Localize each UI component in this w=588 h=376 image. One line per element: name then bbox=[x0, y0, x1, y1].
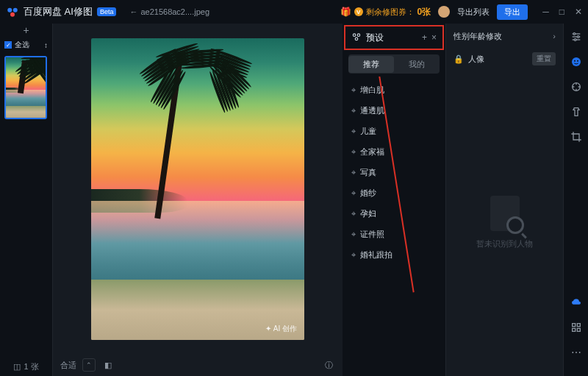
preset-item[interactable]: ⌖全家福 bbox=[348, 141, 440, 162]
zoom-fit-label[interactable]: 合适 bbox=[60, 360, 76, 371]
close-icon[interactable]: ✕ bbox=[575, 7, 582, 17]
tag-icon: ⌖ bbox=[351, 250, 356, 260]
body-icon[interactable] bbox=[569, 104, 584, 119]
canvas-toolbar: 合适 ⌃ ◧ ⓘ bbox=[53, 354, 343, 376]
svg-point-0 bbox=[7, 8, 12, 13]
add-preset-icon[interactable]: + bbox=[422, 32, 427, 43]
watermark: ✦ AI 创作 bbox=[265, 324, 297, 334]
maximize-icon[interactable]: □ bbox=[559, 7, 564, 17]
svg-point-14 bbox=[577, 60, 578, 62]
more-icon[interactable]: ⋯ bbox=[569, 345, 584, 360]
svg-rect-17 bbox=[577, 324, 580, 327]
preset-panel: 预设 + × 推荐 我的 ⌖增白肌 ⌖通透肌 ⌖儿童 ⌖全家福 ⌖写真 ⌖婚纱 … bbox=[343, 24, 445, 376]
coupon-count: 0张 bbox=[417, 6, 431, 18]
svg-point-9 bbox=[573, 33, 576, 35]
cloud-icon[interactable] bbox=[569, 295, 584, 310]
gender-age-row[interactable]: 性别年龄修改 › bbox=[446, 24, 563, 49]
export-list-button[interactable]: 导出列表 bbox=[457, 7, 490, 18]
right-toolbar: ⋯ bbox=[563, 24, 588, 376]
preset-tabs: 推荐 我的 bbox=[348, 54, 440, 74]
app-logo-icon bbox=[6, 5, 19, 18]
app-title: 百度网盘 AI修图 bbox=[24, 5, 93, 18]
minimize-icon[interactable]: ─ bbox=[542, 7, 549, 17]
beta-badge: Beta bbox=[97, 7, 117, 16]
coupon-area[interactable]: 🎁 V 剩余修图券： 0张 bbox=[340, 6, 431, 18]
info-icon[interactable]: ⓘ bbox=[322, 358, 335, 372]
coupon-label: 剩余修图券： bbox=[366, 7, 415, 18]
filename-label: ae21568ac2....jpeg bbox=[140, 7, 209, 16]
ai-icon: ✦ bbox=[265, 324, 271, 333]
empty-text: 暂未识别到人物 bbox=[476, 238, 533, 249]
svg-point-4 bbox=[357, 33, 360, 36]
select-all-checkbox[interactable]: ✓ bbox=[4, 41, 12, 49]
tag-icon: ⌖ bbox=[351, 127, 356, 136]
image-count: ◫ 1 张 bbox=[0, 357, 52, 376]
sliders-icon[interactable] bbox=[569, 29, 584, 44]
no-person-icon bbox=[490, 196, 520, 231]
svg-point-13 bbox=[574, 60, 576, 62]
gift-icon: 🎁 bbox=[340, 7, 351, 17]
preset-item[interactable]: ⌖通透肌 bbox=[348, 100, 440, 121]
thumbnail-sidebar: + ✓ 全选 ↕ bbox=[0, 24, 53, 376]
canvas-area: ✦ AI 创作 合适 ⌃ ◧ ⓘ bbox=[53, 24, 343, 376]
user-avatar[interactable] bbox=[438, 6, 450, 18]
tag-icon: ⌖ bbox=[351, 188, 356, 198]
crop-icon[interactable] bbox=[569, 130, 584, 144]
svg-point-1 bbox=[13, 8, 18, 13]
svg-point-3 bbox=[353, 33, 356, 36]
sort-icon[interactable]: ↕ bbox=[44, 41, 48, 49]
tag-icon: ⌖ bbox=[351, 168, 356, 177]
preset-item[interactable]: ⌖孕妇 bbox=[348, 203, 440, 224]
vip-badge-icon: V bbox=[354, 7, 363, 16]
tag-icon: ⌖ bbox=[351, 147, 356, 157]
tab-recommend[interactable]: 推荐 bbox=[348, 56, 394, 73]
select-all-label: 全选 bbox=[15, 40, 29, 50]
tab-mine[interactable]: 我的 bbox=[394, 56, 440, 73]
preset-item[interactable]: ⌖婚礼跟拍 bbox=[348, 244, 440, 265]
thumbnail-item[interactable] bbox=[4, 56, 47, 119]
export-button[interactable]: 导出 bbox=[497, 4, 528, 20]
face-icon[interactable] bbox=[569, 54, 584, 69]
main-image[interactable]: ✦ AI 创作 bbox=[91, 38, 304, 340]
preset-item[interactable]: ⌖婚纱 bbox=[348, 182, 440, 203]
empty-state: 暂未识别到人物 bbox=[446, 69, 563, 376]
tag-icon: ⌖ bbox=[351, 106, 356, 116]
preset-item[interactable]: ⌖证件照 bbox=[348, 224, 440, 244]
svg-rect-18 bbox=[572, 328, 575, 331]
chevron-right-icon: › bbox=[553, 32, 556, 40]
close-preset-icon[interactable]: × bbox=[431, 32, 437, 43]
add-image-button[interactable]: + bbox=[0, 24, 52, 37]
svg-point-10 bbox=[577, 36, 579, 38]
grid-icon[interactable] bbox=[569, 320, 584, 335]
svg-rect-16 bbox=[572, 324, 575, 327]
reset-button[interactable]: 重置 bbox=[532, 52, 556, 65]
portrait-row: 🔒 人像 重置 bbox=[446, 49, 563, 69]
adjust-panel: 性别年龄修改 › 🔒 人像 重置 暂未识别到人物 bbox=[445, 24, 563, 376]
svg-point-11 bbox=[574, 39, 576, 41]
back-icon[interactable]: ← bbox=[129, 7, 137, 16]
lock-icon: 🔒 bbox=[453, 54, 464, 64]
adjust-icon[interactable] bbox=[569, 79, 584, 94]
zoom-dropdown-icon[interactable]: ⌃ bbox=[82, 358, 96, 372]
svg-point-5 bbox=[355, 38, 358, 40]
svg-rect-19 bbox=[577, 328, 580, 331]
compare-icon[interactable]: ◧ bbox=[101, 358, 115, 372]
tag-icon: ⌖ bbox=[351, 209, 356, 219]
preset-list: ⌖增白肌 ⌖通透肌 ⌖儿童 ⌖全家福 ⌖写真 ⌖婚纱 ⌖孕妇 ⌖证件照 ⌖婚礼跟… bbox=[343, 77, 445, 376]
file-breadcrumb: ← ae21568ac2....jpeg bbox=[129, 7, 209, 16]
preset-title: 预设 bbox=[366, 32, 417, 44]
preset-header: 预设 + × bbox=[344, 25, 444, 50]
preset-item[interactable]: ⌖增白肌 bbox=[348, 79, 440, 100]
svg-point-12 bbox=[572, 57, 581, 66]
preset-icon bbox=[351, 32, 362, 44]
tag-icon: ⌖ bbox=[351, 230, 356, 239]
stack-icon: ◫ bbox=[13, 362, 21, 372]
preset-item[interactable]: ⌖儿童 bbox=[348, 121, 440, 141]
tag-icon: ⌖ bbox=[351, 85, 356, 95]
titlebar: 百度网盘 AI修图 Beta ← ae21568ac2....jpeg 🎁 V … bbox=[0, 0, 588, 24]
svg-point-2 bbox=[10, 13, 15, 17]
